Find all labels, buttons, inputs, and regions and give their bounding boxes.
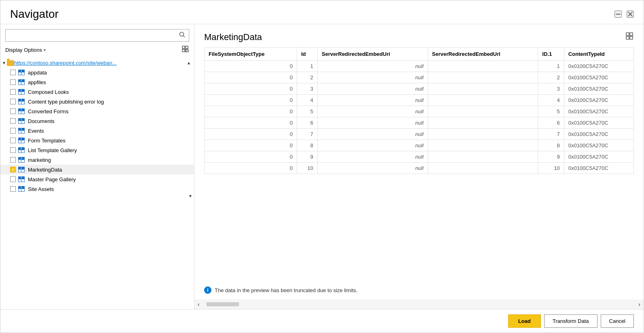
item-label-marketing: marketing [28, 157, 51, 163]
checkbox-content-type-error[interactable] [10, 99, 16, 104]
item-label-master-page-gallery: Master Page Gallery [28, 176, 76, 182]
table-cell: 0 [205, 106, 297, 117]
left-panel: Display Options ▾ ▼ https://contoso.shar… [0, 24, 194, 309]
list-item[interactable]: Content type publishing error log [0, 97, 194, 106]
table-cell [428, 95, 538, 106]
svg-rect-5 [182, 46, 185, 49]
list-item[interactable]: Form Templates [0, 136, 194, 145]
table-cell [428, 106, 538, 117]
cancel-button[interactable]: Cancel [601, 314, 634, 328]
svg-line-4 [184, 36, 185, 38]
list-item[interactable]: appdata [0, 68, 194, 77]
item-label-documents: Documents [28, 118, 55, 124]
nav-icon-button[interactable] [181, 45, 189, 55]
table-icon [17, 157, 25, 163]
checkbox-documents[interactable] [10, 118, 16, 124]
table-cell: 0 [205, 140, 297, 151]
table-cell: 9 [297, 151, 317, 163]
list-item[interactable]: Documents [0, 116, 194, 126]
display-options-button[interactable]: Display Options ▾ [5, 47, 46, 53]
list-item[interactable]: Composed Looks [0, 87, 194, 97]
table-cell [428, 83, 538, 95]
column-header-serverredirectedembeduri: ServerRedirectedEmbedUri [317, 48, 428, 61]
table-cell: 0x0100C5A270C [564, 106, 633, 117]
checkbox-composed-looks[interactable] [10, 89, 16, 95]
list-item[interactable]: Master Page Gallery [0, 174, 194, 184]
scroll-right-button[interactable]: › [638, 301, 640, 308]
table-row: 01null10x0100C5A270C [205, 61, 634, 72]
table-icon [17, 166, 25, 173]
transform-data-button[interactable]: Transform Data [544, 314, 598, 328]
table-cell: 0 [205, 117, 297, 129]
navigator-dialog: Navigator Display Options [0, 0, 644, 333]
table-cell: null [317, 72, 428, 83]
dialog-title: Navigator [10, 8, 59, 21]
checkbox-site-assets[interactable] [10, 186, 16, 192]
list-item[interactable]: Events [0, 126, 194, 136]
table-cell: 1 [297, 61, 317, 72]
table-cell: null [317, 95, 428, 106]
search-input[interactable] [6, 30, 176, 40]
search-button[interactable] [176, 30, 189, 41]
list-item[interactable]: MarketingData [0, 165, 194, 174]
table-cell: 5 [297, 106, 317, 117]
table-container[interactable]: FileSystemObjectTypeIdServerRedirectedEm… [194, 47, 644, 281]
checkbox-appfiles[interactable] [10, 79, 16, 85]
table-icon [17, 108, 25, 115]
table-icon [17, 79, 25, 85]
table-cell: 0x0100C5A270C [564, 61, 633, 72]
display-options-label: Display Options [5, 47, 42, 53]
svg-rect-0 [616, 14, 621, 15]
table-icon [17, 98, 25, 105]
right-panel: MarketingData FileSystemObjectTypeIdServ… [194, 24, 644, 309]
scroll-left-button[interactable]: ‹ [198, 301, 200, 308]
footer: Load Transform Data Cancel [0, 309, 644, 333]
table-cell: 9 [538, 151, 564, 163]
table-row: 06null60x0100C5A270C [205, 117, 634, 129]
checkbox-master-page-gallery[interactable] [10, 176, 16, 182]
checkbox-events[interactable] [10, 128, 16, 134]
close-button[interactable] [627, 11, 634, 18]
table-cell: 0x0100C5A270C [564, 140, 633, 151]
table-cell: 0x0100C5A270C [564, 163, 633, 174]
table-cell: 0 [205, 163, 297, 174]
table-cell: 2 [538, 72, 564, 83]
preview-icon-button[interactable] [625, 32, 634, 42]
svg-rect-6 [186, 46, 188, 49]
table-cell: 3 [297, 83, 317, 95]
checkbox-form-templates[interactable] [10, 138, 16, 143]
table-cell: 0x0100C5A270C [564, 117, 633, 129]
svg-rect-7 [182, 49, 185, 52]
preview-header: MarketingData [194, 24, 644, 47]
table-body: 01null10x0100C5A270C02null20x0100C5A270C… [205, 61, 634, 174]
horizontal-scrollbar[interactable]: ‹ › [194, 299, 644, 309]
tree-root-item[interactable]: ▼ https://contoso.sharepoint.com/site/we… [0, 58, 194, 68]
table-icon [17, 127, 25, 134]
scroll-thumb[interactable] [207, 302, 239, 306]
checkbox-appdata[interactable] [10, 70, 16, 75]
svg-point-3 [180, 32, 184, 36]
load-button[interactable]: Load [508, 314, 541, 328]
preview-title: MarketingData [204, 32, 262, 42]
list-item[interactable]: Site Assets [0, 184, 194, 194]
table-row: 04null40x0100C5A270C [205, 95, 634, 106]
table-cell [428, 117, 538, 129]
list-item[interactable]: List Template Gallery [0, 145, 194, 155]
minimize-button[interactable] [614, 11, 622, 18]
table-cell: 8 [297, 140, 317, 151]
checkbox-list-template-gallery[interactable] [10, 147, 16, 153]
checkbox-converted-forms[interactable] [10, 108, 16, 114]
table-row: 03null30x0100C5A270C [205, 83, 634, 95]
table-cell [428, 163, 538, 174]
scroll-track[interactable] [207, 302, 631, 306]
list-item[interactable]: Converted Forms [0, 106, 194, 116]
checkbox-marketingdata[interactable] [10, 167, 16, 172]
table-icon [17, 137, 25, 144]
list-item[interactable]: appfiles [0, 77, 194, 87]
table-cell: 6 [297, 117, 317, 129]
checkbox-marketing[interactable] [10, 157, 16, 163]
list-item[interactable]: marketing [0, 155, 194, 165]
table-cell: 0 [205, 95, 297, 106]
table-icon [17, 69, 25, 76]
table-cell: 10 [297, 163, 317, 174]
